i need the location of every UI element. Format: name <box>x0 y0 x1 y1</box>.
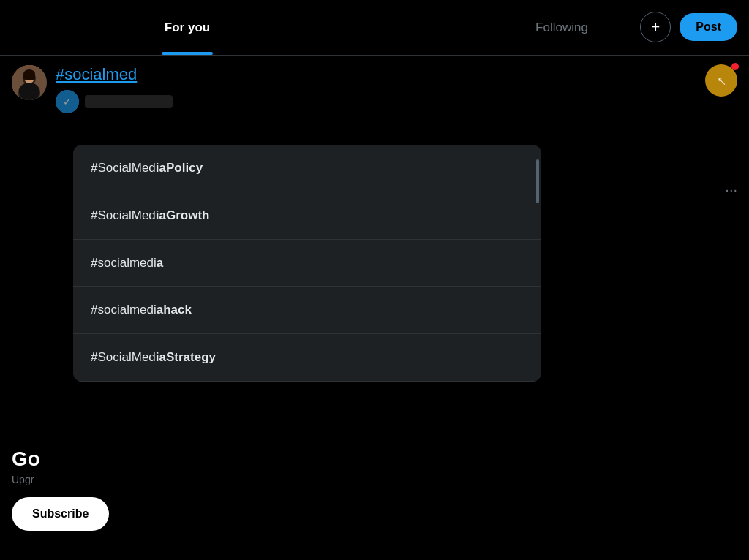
dropdown-item-3-suffix: a <box>157 256 163 270</box>
notification-button[interactable]: ↑ <box>705 64 737 97</box>
post-button[interactable]: Post <box>680 13 737 41</box>
add-icon: + <box>651 19 660 36</box>
notification-arrow-icon: ↑ <box>712 72 729 88</box>
dropdown-item-4[interactable]: #socialmediahack <box>73 287 541 334</box>
partial-icon-svg: ✓ <box>56 90 79 113</box>
subscribe-button[interactable]: Subscribe <box>12 497 109 531</box>
svg-rect-5 <box>23 74 35 80</box>
reply-hint-text <box>85 95 173 108</box>
avatar-svg <box>12 65 47 100</box>
dropdown-item-1-suffix: iaPolicy <box>156 161 203 175</box>
svg-point-6 <box>19 83 39 100</box>
card-title: Go <box>12 447 109 471</box>
dropdown-scrollbar[interactable] <box>536 159 539 203</box>
dropdown-item-3-prefix: #socialmedi <box>91 256 157 270</box>
avatar-image <box>12 65 47 100</box>
dropdown-item-1-prefix: #SocialMed <box>91 161 156 175</box>
dropdown-item-5-suffix: iaStrategy <box>156 350 216 364</box>
dropdown-item-2-suffix: iaGrowth <box>156 208 210 222</box>
action-row: + Post <box>640 12 737 42</box>
dropdown-item-1[interactable]: #SocialMediaPolicy <box>73 145 541 192</box>
add-button[interactable]: + <box>640 12 671 42</box>
dropdown-item-3[interactable]: #socialmedia <box>73 240 541 287</box>
tweet-hashtag-input[interactable]: #socialmed <box>56 65 737 84</box>
card-subtitle: Upgr <box>12 474 109 485</box>
reply-hint-row: ✓ <box>56 90 737 113</box>
bottom-card: Go Upgr Subscribe <box>12 447 109 531</box>
hashtag-autocomplete-dropdown: #SocialMediaPolicy #SocialMediaGrowth #s… <box>73 145 541 382</box>
tweet-composer: #socialmed ✓ <box>0 56 749 128</box>
top-navigation: For you Following <box>0 0 749 56</box>
svg-text:✓: ✓ <box>63 96 72 107</box>
partial-avatar-icon: ✓ <box>56 90 79 113</box>
more-options-button[interactable]: ··· <box>725 181 737 198</box>
notification-badge <box>731 63 739 70</box>
avatar <box>12 65 47 100</box>
dropdown-item-5-prefix: #SocialMed <box>91 350 156 364</box>
tweet-input-area[interactable]: #socialmed ✓ <box>56 65 737 119</box>
dropdown-item-2[interactable]: #SocialMediaGrowth <box>73 192 541 240</box>
dropdown-item-4-suffix: ahack <box>157 303 192 317</box>
dropdown-item-2-prefix: #SocialMed <box>91 208 156 222</box>
three-dots-icon: ··· <box>725 181 737 197</box>
tab-for-you-label: For you <box>165 20 210 35</box>
dropdown-item-4-prefix: #socialmedi <box>91 303 157 317</box>
tab-following-label: Following <box>535 20 588 35</box>
tab-for-you[interactable]: For you <box>0 0 374 55</box>
dropdown-item-5[interactable]: #SocialMediaStrategy <box>73 334 541 382</box>
